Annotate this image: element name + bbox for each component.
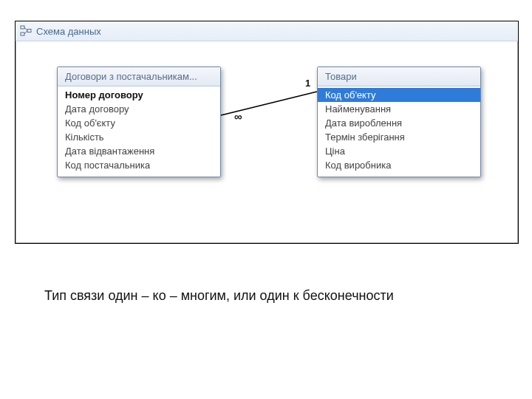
cardinality-one: 1 xyxy=(305,78,310,89)
relationships-icon xyxy=(20,25,32,37)
relationships-canvas[interactable]: Договори з постачальникам... Номер догов… xyxy=(16,41,518,244)
field-item[interactable]: Код об'екту xyxy=(318,88,480,102)
field-item[interactable]: Номер договору xyxy=(58,88,220,102)
table-body-contracts: Номер договору Дата договору Код об'єкту… xyxy=(58,86,220,177)
field-item[interactable]: Ціна xyxy=(318,144,480,158)
table-body-goods: Код об'екту Найменування Дата вироблення… xyxy=(318,86,480,177)
cardinality-many: ∞ xyxy=(234,110,242,123)
schema-window: Схема данных Договори з постачальникам..… xyxy=(15,21,519,244)
table-header-goods[interactable]: Товари xyxy=(318,67,480,86)
field-item[interactable]: Кількість xyxy=(58,130,220,144)
field-item[interactable]: Найменування xyxy=(318,102,480,116)
field-item[interactable]: Код об'єкту xyxy=(58,116,220,130)
field-item[interactable]: Код виробника xyxy=(318,158,480,172)
field-item[interactable]: Термін зберігання xyxy=(318,130,480,144)
window-titlebar[interactable]: Схема данных xyxy=(16,21,518,41)
window-title: Схема данных xyxy=(36,26,101,37)
table-header-contracts[interactable]: Договори з постачальникам... xyxy=(58,67,220,86)
svg-rect-2 xyxy=(27,30,31,33)
svg-rect-1 xyxy=(21,33,24,35)
table-contracts[interactable]: Договори з постачальникам... Номер догов… xyxy=(57,66,221,177)
svg-rect-0 xyxy=(21,26,24,29)
field-item[interactable]: Дата вироблення xyxy=(318,116,480,130)
field-item[interactable]: Дата відвантаження xyxy=(58,144,220,158)
table-goods[interactable]: Товари Код об'екту Найменування Дата вир… xyxy=(317,66,481,177)
svg-line-3 xyxy=(24,27,27,31)
field-item[interactable]: Дата договору xyxy=(58,102,220,116)
field-item[interactable]: Код постачальника xyxy=(58,158,220,172)
slide-caption: Тип связи один – ко – многим, или один к… xyxy=(44,288,394,304)
svg-line-4 xyxy=(24,31,27,35)
